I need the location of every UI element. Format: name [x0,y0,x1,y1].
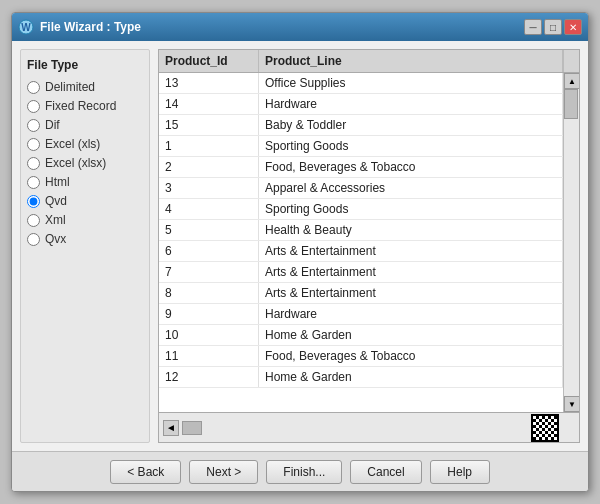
radio-input-fixed-record[interactable] [27,100,40,113]
scroll-left-button[interactable]: ◄ [163,420,179,436]
cell-product-line: Home & Garden [259,367,563,387]
table-row[interactable]: 1Sporting Goods [159,136,563,157]
radio-input-xml[interactable] [27,214,40,227]
table-with-scroll: 13Office Supplies14Hardware15Baby & Todd… [159,73,579,412]
table-row[interactable]: 2Food, Beverages & Tobacco [159,157,563,178]
cell-product-line: Office Supplies [259,73,563,93]
cell-product-id: 13 [159,73,259,93]
cell-product-id: 5 [159,220,259,240]
table-footer: ◄ [159,412,579,442]
cancel-button[interactable]: Cancel [350,460,421,484]
table-row[interactable]: 3Apparel & Accessories [159,178,563,199]
radio-input-excel-xlsx[interactable] [27,157,40,170]
radio-fixed-record[interactable]: Fixed Record [27,99,143,113]
radio-label-excel-xlsx: Excel (xlsx) [45,156,106,170]
radio-label-excel-xls: Excel (xls) [45,137,100,151]
cell-product-line: Food, Beverages & Tobacco [259,346,563,366]
radio-qvx[interactable]: Qvx [27,232,143,246]
cell-product-line: Arts & Entertainment [259,283,563,303]
table-body[interactable]: 13Office Supplies14Hardware15Baby & Todd… [159,73,563,412]
scrollbar-header-stub [563,50,579,72]
next-button[interactable]: Next > [189,460,258,484]
minimize-button[interactable]: ─ [524,19,542,35]
table-row[interactable]: 15Baby & Toddler [159,115,563,136]
radio-excel-xls[interactable]: Excel (xls) [27,137,143,151]
cell-product-id: 14 [159,94,259,114]
radio-label-delimited: Delimited [45,80,95,94]
radio-label-html: Html [45,175,70,189]
radio-input-html[interactable] [27,176,40,189]
cell-product-line: Hardware [259,94,563,114]
title-bar-controls: ─ □ ✕ [524,19,582,35]
radio-qvd[interactable]: Qvd [27,194,143,208]
radio-input-qvd[interactable] [27,195,40,208]
cell-product-id: 1 [159,136,259,156]
content-area: File Type DelimitedFixed RecordDifExcel … [12,41,588,451]
cell-product-line: Apparel & Accessories [259,178,563,198]
radio-input-dif[interactable] [27,119,40,132]
sidebar: File Type DelimitedFixed RecordDifExcel … [20,49,150,443]
radio-dif[interactable]: Dif [27,118,143,132]
scroll-down-arrow[interactable]: ▼ [564,396,579,412]
table-row[interactable]: 9Hardware [159,304,563,325]
svg-text:W: W [21,22,31,33]
maximize-button[interactable]: □ [544,19,562,35]
table-row[interactable]: 11Food, Beverages & Tobacco [159,346,563,367]
cell-product-id: 15 [159,115,259,135]
radio-xml[interactable]: Xml [27,213,143,227]
footer-buttons: < Back Next > Finish... Cancel Help [12,451,588,491]
back-button[interactable]: < Back [110,460,181,484]
close-button[interactable]: ✕ [564,19,582,35]
radio-label-dif: Dif [45,118,60,132]
title-bar-text: File Wizard : Type [40,20,524,34]
table-row[interactable]: 7Arts & Entertainment [159,262,563,283]
title-bar: W File Wizard : Type ─ □ ✕ [12,13,588,41]
table-row[interactable]: 13Office Supplies [159,73,563,94]
table-row[interactable]: 14Hardware [159,94,563,115]
app-icon: W [18,19,34,35]
cell-product-id: 6 [159,241,259,261]
qr-area [515,414,575,442]
vertical-scrollbar[interactable]: ▲ ▼ [563,73,579,412]
radio-input-qvx[interactable] [27,233,40,246]
radio-label-fixed-record: Fixed Record [45,99,116,113]
radio-input-delimited[interactable] [27,81,40,94]
cell-product-id: 7 [159,262,259,282]
cell-product-line: Sporting Goods [259,136,563,156]
table-row[interactable]: 4Sporting Goods [159,199,563,220]
cell-product-line: Hardware [259,304,563,324]
cell-product-id: 10 [159,325,259,345]
h-scroll-thumb[interactable] [182,421,202,435]
cell-product-line: Baby & Toddler [259,115,563,135]
sidebar-title: File Type [27,58,143,72]
table-row[interactable]: 10Home & Garden [159,325,563,346]
radio-label-qvd: Qvd [45,194,67,208]
cell-product-line: Arts & Entertainment [259,262,563,282]
radio-html[interactable]: Html [27,175,143,189]
table-row[interactable]: 5Health & Beauty [159,220,563,241]
cell-product-line: Food, Beverages & Tobacco [259,157,563,177]
table-row[interactable]: 12Home & Garden [159,367,563,388]
table-row[interactable]: 6Arts & Entertainment [159,241,563,262]
cell-product-id: 12 [159,367,259,387]
cell-product-id: 2 [159,157,259,177]
scroll-up-arrow[interactable]: ▲ [564,73,579,89]
cell-product-id: 11 [159,346,259,366]
radio-input-excel-xls[interactable] [27,138,40,151]
help-button[interactable]: Help [430,460,490,484]
table-row[interactable]: 8Arts & Entertainment [159,283,563,304]
cell-product-id: 4 [159,199,259,219]
file-type-list: DelimitedFixed RecordDifExcel (xls)Excel… [27,80,143,246]
col-header-product-line: Product_Line [259,50,563,72]
radio-excel-xlsx[interactable]: Excel (xlsx) [27,156,143,170]
cell-product-line: Health & Beauty [259,220,563,240]
scrollbar-track[interactable] [564,89,579,396]
col-header-product-id: Product_Id [159,50,259,72]
main-window: W File Wizard : Type ─ □ ✕ File Type Del… [11,12,589,492]
radio-delimited[interactable]: Delimited [27,80,143,94]
scrollbar-thumb[interactable] [564,89,578,119]
cell-product-line: Sporting Goods [259,199,563,219]
finish-button[interactable]: Finish... [266,460,342,484]
cell-product-id: 9 [159,304,259,324]
main-panel: Product_Id Product_Line 13Office Supplie… [158,49,580,443]
